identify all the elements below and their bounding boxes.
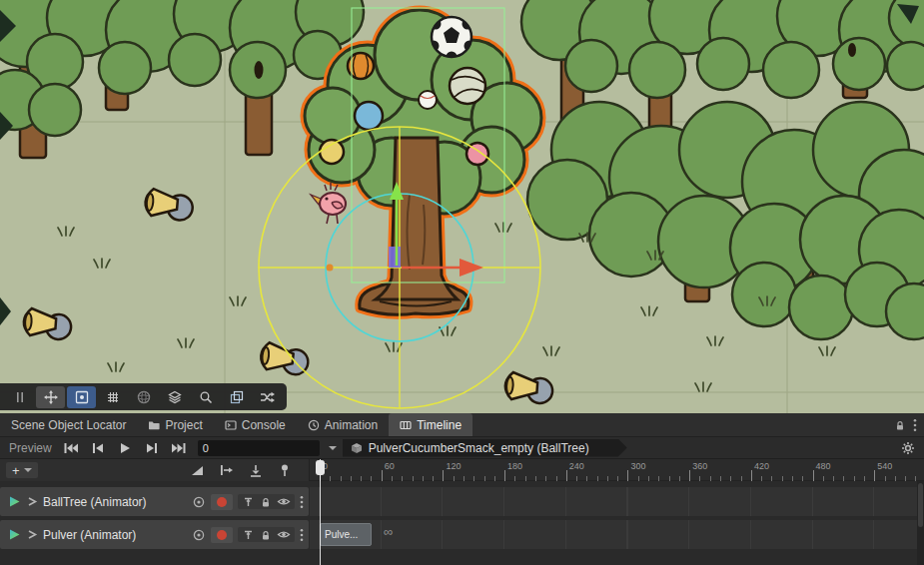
animation-clip[interactable]: Pulve... xyxy=(320,523,372,546)
track-toggles xyxy=(238,527,295,542)
scene-preview-icon[interactable] xyxy=(192,528,206,542)
animator-track-icon xyxy=(8,495,21,508)
track-name: BallTree (Animator) xyxy=(43,495,147,509)
eye-icon[interactable] xyxy=(277,529,291,540)
track-row: BallTree (Animator) xyxy=(0,487,924,516)
eye-icon[interactable] xyxy=(277,496,291,507)
record-icon xyxy=(217,530,227,540)
dropdown-caret-icon xyxy=(24,468,32,476)
tab-timeline[interactable]: Timeline xyxy=(389,413,472,436)
track-menu-icon[interactable] xyxy=(300,495,304,509)
frame-number-field[interactable]: 0 xyxy=(198,440,320,456)
previous-frame-button[interactable] xyxy=(86,439,111,457)
pin-track-icon[interactable] xyxy=(242,495,255,508)
track-lane-balltree[interactable] xyxy=(310,487,917,516)
record-icon xyxy=(217,497,227,507)
gear-icon xyxy=(901,441,915,455)
animator-track-icon xyxy=(8,528,21,541)
lock-track-icon[interactable] xyxy=(260,496,272,508)
timeline-toolbar: + xyxy=(0,459,310,481)
infinity-symbol: ∞ xyxy=(384,524,393,539)
blue-ball-sprite xyxy=(355,102,383,130)
avatar-icon xyxy=(26,495,38,508)
track-menu-icon[interactable] xyxy=(300,528,304,542)
go-to-start-button[interactable] xyxy=(59,439,84,457)
track-row: Pulver (Animator) Pulve... ∞ xyxy=(0,520,924,549)
sphere-tool[interactable] xyxy=(129,386,158,408)
kebab-menu-icon[interactable] xyxy=(913,418,917,432)
lock-icon[interactable] xyxy=(894,419,906,431)
timeline-ruler[interactable]: 060120180240300360420480540 xyxy=(310,459,924,481)
tab-label: Scene Object Locator xyxy=(11,418,126,432)
drag-handle-icon[interactable] xyxy=(5,386,34,408)
go-to-end-button[interactable] xyxy=(167,439,192,457)
dropdown-caret-icon[interactable] xyxy=(329,446,337,454)
breadcrumb-bar: PulverCucumberSmack_empty (BallTree) xyxy=(343,437,920,459)
pin-track-icon[interactable] xyxy=(242,528,255,541)
next-frame-button[interactable] xyxy=(140,439,165,457)
scene-locator-tool[interactable] xyxy=(67,386,96,408)
scrollbar-handle[interactable] xyxy=(918,483,923,527)
vertical-scrollbar[interactable] xyxy=(917,481,924,565)
track-name: Pulver (Animator) xyxy=(43,528,136,542)
clock-icon xyxy=(308,419,320,431)
play-range-icon[interactable] xyxy=(219,463,235,477)
record-button[interactable] xyxy=(211,494,233,510)
zoom-tool[interactable] xyxy=(191,386,220,408)
pin-icon[interactable] xyxy=(277,463,293,477)
move-tool[interactable] xyxy=(36,386,65,408)
tab-animation[interactable]: Animation xyxy=(297,413,389,436)
tab-project[interactable]: Project xyxy=(137,413,213,436)
record-button[interactable] xyxy=(211,527,233,543)
track-lane-pulver[interactable]: Pulve... ∞ xyxy=(310,520,917,549)
frame-number-value: 0 xyxy=(203,442,209,454)
tab-label: Project xyxy=(165,418,202,432)
preview-toggle-button[interactable]: Preview xyxy=(4,441,57,455)
breadcrumb[interactable]: PulverCucumberSmack_empty (BallTree) xyxy=(343,439,627,457)
grid-tool[interactable] xyxy=(98,386,127,408)
insert-frame-icon[interactable] xyxy=(248,463,264,478)
folder-icon xyxy=(148,419,160,431)
play-button[interactable] xyxy=(113,439,138,457)
playhead-marker[interactable] xyxy=(316,460,325,475)
breadcrumb-label: PulverCucumberSmack_empty (BallTree) xyxy=(369,441,589,455)
track-header-balltree[interactable]: BallTree (Animator) xyxy=(0,487,309,516)
timeline-icon xyxy=(400,419,412,431)
add-track-label: + xyxy=(12,463,20,478)
shuffle-tool[interactable] xyxy=(253,386,282,408)
panel-tab-bar: Scene Object Locator Project Console Ani… xyxy=(0,413,924,437)
duplicate-tool[interactable] xyxy=(222,386,251,408)
volleyball-sprite xyxy=(450,68,485,104)
timeline-settings-button[interactable] xyxy=(896,441,920,455)
scene-view[interactable] xyxy=(0,0,924,413)
scene-canvas[interactable] xyxy=(0,0,924,413)
track-toggles xyxy=(238,494,295,509)
add-track-button[interactable]: + xyxy=(6,462,38,478)
curves-view-icon[interactable] xyxy=(190,463,206,477)
scene-preview-icon[interactable] xyxy=(192,495,206,509)
console-icon xyxy=(225,419,237,431)
scene-toolbar xyxy=(0,383,287,410)
timeline-tracks-area[interactable]: BallTree (Animator) Pulver (Animator) xyxy=(0,481,924,565)
tab-label: Timeline xyxy=(417,418,462,432)
tab-label: Animation xyxy=(325,418,378,432)
layers-tool[interactable] xyxy=(160,386,189,408)
tab-console[interactable]: Console xyxy=(214,413,297,436)
avatar-icon xyxy=(26,528,38,541)
timeline-header: + 060120180240300360420480540 xyxy=(0,459,924,481)
cube-icon xyxy=(351,442,363,454)
track-header-pulver[interactable]: Pulver (Animator) xyxy=(0,520,309,549)
tab-scene-object-locator[interactable]: Scene Object Locator xyxy=(0,413,137,436)
lock-track-icon[interactable] xyxy=(260,529,272,541)
unity-editor-window: Scene Object Locator Project Console Ani… xyxy=(0,0,924,565)
tab-label: Console xyxy=(242,418,286,432)
baseball-sprite xyxy=(419,91,437,109)
timeline-playback-bar: Preview 0 PulverCucumberSmack_empty (Bal… xyxy=(0,437,924,459)
